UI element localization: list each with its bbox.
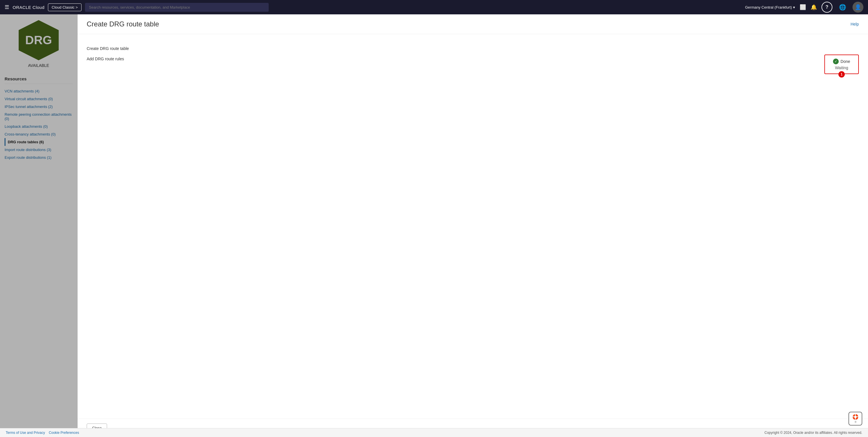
top-navigation: ☰ ORACLE Cloud Cloud Classic > Germany C… (0, 0, 868, 14)
globe-icon[interactable]: 🌐 (837, 2, 848, 12)
floating-help-icon: 🛟 (852, 414, 859, 420)
step-1-left: Create DRG route table (87, 46, 129, 51)
modal-body: Create DRG route table Add DRG route rul… (78, 34, 868, 418)
footer: Terms of Use and Privacy Cookie Preferen… (0, 428, 868, 437)
modal-header: Create DRG route table Help (78, 14, 868, 34)
oracle-logo: ORACLE Cloud (12, 5, 44, 10)
region-selector[interactable]: Germany Central (Frankfurt) ▾ (745, 5, 795, 9)
steps-section: Create DRG route table Add DRG route rul… (87, 43, 859, 64)
cookie-link[interactable]: Cookie Preferences (49, 431, 79, 435)
step-2: Add DRG route rules (87, 54, 859, 64)
bell-icon[interactable]: 🔔 (811, 4, 817, 10)
done-check-icon: ✓ (833, 59, 839, 64)
terminal-icon[interactable]: ⬜ (800, 4, 806, 10)
region-label: Germany Central (Frankfurt) (745, 5, 792, 9)
step-2-left: Add DRG route rules (87, 57, 124, 61)
modal-title: Create DRG route table (87, 20, 159, 28)
floating-help-button[interactable]: 🛟 ⠿ (848, 412, 862, 426)
region-chevron-icon: ▾ (793, 5, 795, 9)
waiting-status: Waiting (830, 65, 854, 70)
step-1-label: Create DRG route table (87, 46, 129, 51)
user-avatar[interactable]: 👤 (852, 2, 863, 12)
done-status: ✓ Done (830, 59, 854, 64)
modal-help-link[interactable]: Help (850, 22, 859, 26)
modal: Create DRG route table Help Create DRG r… (78, 14, 868, 437)
step-2-label: Add DRG route rules (87, 57, 124, 61)
floating-help-dots: ⠿ (855, 420, 857, 424)
hamburger-menu[interactable]: ☰ (5, 4, 9, 10)
help-icon[interactable]: ? (822, 2, 832, 12)
step-badge: 1 (838, 71, 845, 77)
footer-copyright: Copyright © 2024, Oracle and/or its affi… (764, 431, 862, 435)
nav-right: Germany Central (Frankfurt) ▾ ⬜ 🔔 ? 🌐 👤 (745, 2, 863, 12)
terms-link[interactable]: Terms of Use and Privacy (6, 431, 45, 435)
step-1: Create DRG route table (87, 43, 859, 54)
footer-left: Terms of Use and Privacy Cookie Preferen… (6, 431, 79, 435)
status-panel: ✓ Done Waiting 1 (825, 55, 859, 74)
modal-overlay: Create DRG route table Help Create DRG r… (0, 14, 868, 437)
cloud-classic-button[interactable]: Cloud Classic > (48, 3, 82, 11)
done-label: Done (840, 59, 850, 64)
search-input[interactable] (85, 3, 269, 12)
